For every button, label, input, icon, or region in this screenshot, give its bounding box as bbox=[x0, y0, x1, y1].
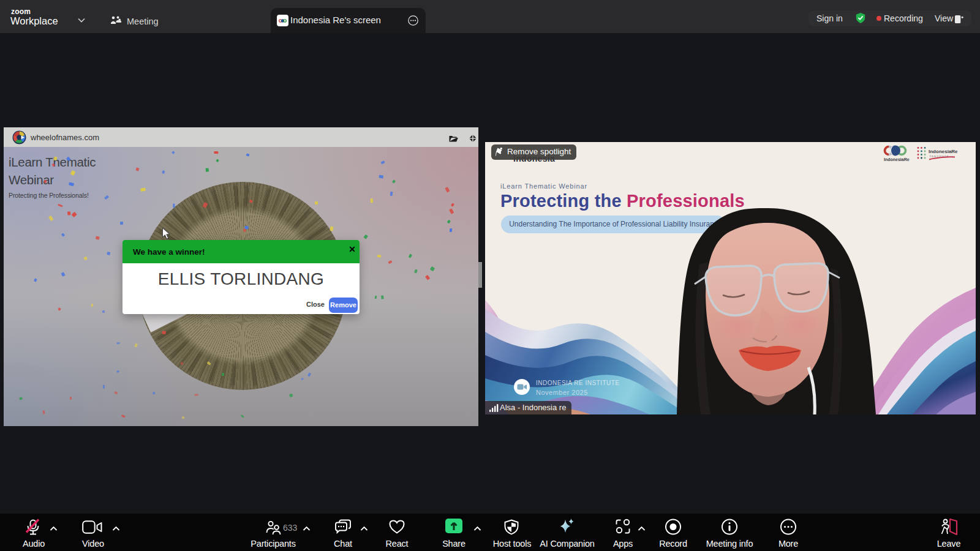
svg-text:IndonesiaRe: IndonesiaRe bbox=[884, 157, 910, 162]
svg-text:IndonesiaRe: IndonesiaRe bbox=[929, 149, 958, 154]
